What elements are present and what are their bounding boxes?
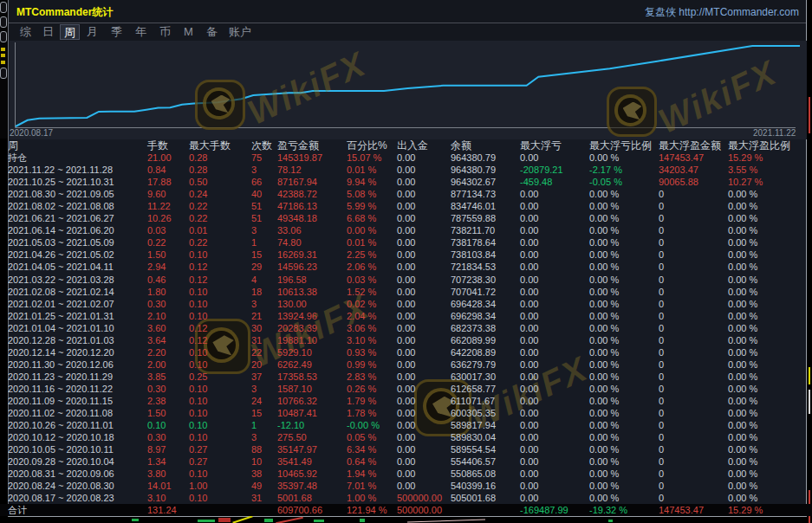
table-cell: 0.00 % bbox=[589, 212, 655, 224]
table-cell: 51 bbox=[251, 212, 274, 224]
table-row[interactable]: 2021.08.02 ~ 2021.08.0811.220.225147186.… bbox=[0, 200, 812, 212]
title-bar: MTCommander统计 复盘侠 http://MTCommander.com bbox=[9, 0, 806, 23]
table-cell: 0.00 bbox=[397, 383, 447, 395]
table-cell: 0.00 % bbox=[589, 358, 655, 371]
table-cell: 0.10 bbox=[189, 298, 248, 310]
table-cell: 2021.06.14 ~ 2021.06.20 bbox=[8, 224, 144, 236]
table-cell: 196.58 bbox=[277, 274, 343, 286]
background-window-button bbox=[0, 16, 7, 28]
menu-item-币[interactable]: 币 bbox=[156, 24, 174, 40]
table-row[interactable]: 2021.11.22 ~ 2021.11.280.840.28378.120.0… bbox=[0, 164, 812, 176]
table-cell: 35397.48 bbox=[277, 480, 343, 492]
background-window-button bbox=[0, 2, 7, 13]
table-cell: 1.00 bbox=[189, 480, 248, 492]
background-fragment bbox=[264, 519, 273, 522]
table-cell: 0.10 bbox=[189, 249, 248, 261]
table-row[interactable]: 2020.11.23 ~ 2020.11.293.850.253717358.5… bbox=[0, 371, 812, 383]
table-cell: 1.79 % bbox=[347, 395, 393, 407]
table-cell: 0 bbox=[659, 224, 724, 236]
table-row[interactable]: 2020.10.12 ~ 2020.10.180.300.103275.500.… bbox=[0, 431, 812, 443]
table-row[interactable]: 2021.05.03 ~ 2021.05.090.220.22174.800.0… bbox=[0, 236, 812, 249]
menu-item-周[interactable]: 周 bbox=[60, 24, 80, 40]
table-row[interactable]: 2021.08.30 ~ 2021.09.059.600.244042388.7… bbox=[0, 188, 812, 200]
table-row[interactable]: 2020.11.09 ~ 2020.11.152.380.102410766.3… bbox=[0, 395, 812, 407]
table-row[interactable]: 2021.10.25 ~ 2021.10.3117.880.506687167.… bbox=[0, 176, 812, 188]
table-row[interactable]: 2021.02.08 ~ 2021.02.141.800.101810613.3… bbox=[0, 286, 812, 298]
table-cell: 1 bbox=[251, 236, 274, 249]
table-cell: 3.64 bbox=[147, 334, 185, 346]
table-cell: 834746.01 bbox=[451, 200, 516, 212]
table-cell: 40 bbox=[251, 188, 274, 200]
table-cell: 2021.04.26 ~ 2021.05.02 bbox=[8, 249, 144, 261]
menu-item-M[interactable]: M bbox=[180, 24, 197, 40]
table-row[interactable]: 2020.12.14 ~ 2020.12.202.200.10225929.10… bbox=[0, 346, 812, 358]
table-cell: 2.83 % bbox=[347, 371, 393, 383]
table-cell: 0.02 % bbox=[347, 298, 393, 310]
table-cell: 1587.10 bbox=[277, 383, 343, 395]
table-row[interactable]: 2020.10.26 ~ 2020.11.010.100.101-12.10-0… bbox=[0, 419, 812, 431]
menu-item-账户[interactable]: 账户 bbox=[225, 24, 255, 40]
table-cell: 0.00 % bbox=[728, 212, 808, 224]
table-cell: 3 bbox=[251, 298, 274, 310]
table-row[interactable]: 2020.08.17 ~ 2020.08.233.100.10315001.68… bbox=[0, 492, 812, 504]
holding-row[interactable]: 持仓21.000.2875145319.8715.07 %0.00964380.… bbox=[0, 152, 812, 164]
table-row[interactable]: 2020.10.05 ~ 2020.10.118.970.278835147.9… bbox=[0, 443, 812, 455]
table-cell: 0.00 % bbox=[728, 395, 808, 407]
table-cell: 0.10 bbox=[189, 310, 248, 322]
table-cell: 38 bbox=[251, 468, 274, 480]
table-cell: 18 bbox=[251, 286, 274, 298]
table-cell: 0.00 bbox=[397, 346, 447, 358]
table-cell: 0.00 bbox=[397, 164, 447, 176]
table-row[interactable]: 2020.08.31 ~ 2020.09.063.800.103810465.9… bbox=[0, 468, 812, 480]
table-cell: 787559.88 bbox=[451, 212, 516, 224]
table-cell: 13924.96 bbox=[277, 310, 343, 322]
table-cell: 37 bbox=[251, 371, 274, 383]
table-cell: 49 bbox=[251, 480, 274, 492]
table-row[interactable]: 2021.04.05 ~ 2021.04.112.940.122914596.2… bbox=[0, 261, 812, 273]
table-cell: 0.00 bbox=[520, 371, 586, 383]
table-cell: 0 bbox=[659, 480, 724, 492]
table-row[interactable]: 2020.11.30 ~ 2020.12.062.000.10206262.49… bbox=[0, 358, 812, 371]
menu-item-年[interactable]: 年 bbox=[132, 24, 150, 40]
table-cell: 0 bbox=[659, 395, 724, 407]
table-row[interactable]: 2021.02.01 ~ 2021.02.070.300.103130.000.… bbox=[0, 298, 812, 310]
table-cell: 0.00 bbox=[520, 346, 586, 358]
table-row[interactable]: 2020.11.02 ~ 2020.11.081.500.101510487.4… bbox=[0, 407, 812, 419]
table-cell: 0 bbox=[659, 371, 724, 383]
menu-item-月[interactable]: 月 bbox=[83, 24, 101, 40]
table-row[interactable]: 2021.06.14 ~ 2021.06.200.030.01333.060.0… bbox=[0, 224, 812, 236]
table-row[interactable]: 2020.12.28 ~ 2021.01.033.640.123119881.1… bbox=[0, 334, 812, 346]
table-cell: 0.93 % bbox=[347, 346, 393, 358]
table-cell: 2020.08.17 ~ 2020.08.23 bbox=[8, 492, 144, 504]
table-cell: 3.10 bbox=[147, 492, 185, 504]
brand-link[interactable]: 复盘侠 http://MTCommander.com bbox=[645, 5, 799, 20]
menu-item-综[interactable]: 综 bbox=[16, 24, 35, 40]
table-cell: 2021.01.25 ~ 2021.01.31 bbox=[8, 310, 144, 322]
table-row[interactable]: 2021.04.26 ~ 2021.05.021.500.101516269.3… bbox=[0, 249, 812, 261]
table-row[interactable]: 2021.01.04 ~ 2021.01.103.600.123020283.3… bbox=[0, 322, 812, 334]
table-cell: 0 bbox=[659, 346, 724, 358]
menu-item-备[interactable]: 备 bbox=[203, 24, 221, 40]
table-row[interactable]: 2021.01.25 ~ 2021.01.312.100.102113924.9… bbox=[0, 310, 812, 322]
menu-item-日[interactable]: 日 bbox=[39, 24, 57, 40]
table-cell: 3.60 bbox=[147, 322, 185, 334]
table-cell: 707041.72 bbox=[451, 286, 516, 298]
table-cell: 0.00 % bbox=[728, 358, 808, 371]
total-row[interactable]: 合计131.24609700.66121.94 %500000.00-16948… bbox=[0, 504, 812, 516]
table-cell: 0.00 bbox=[520, 152, 586, 164]
menu-item-季[interactable]: 季 bbox=[107, 24, 126, 40]
table-cell: 17358.53 bbox=[277, 371, 343, 383]
table-row[interactable]: 2020.11.16 ~ 2020.11.220.300.1031587.100… bbox=[0, 383, 812, 395]
table-cell: 6262.49 bbox=[277, 358, 343, 371]
table-cell: 0.27 bbox=[189, 455, 248, 468]
table-cell: 0 bbox=[659, 310, 724, 322]
table-cell: 505001.68 bbox=[451, 492, 516, 504]
table-cell: 0.00 bbox=[397, 200, 447, 212]
table-cell: 0.00 bbox=[520, 286, 586, 298]
table-row[interactable]: 2021.06.21 ~ 2021.06.2710.260.225149348.… bbox=[0, 212, 812, 224]
table-cell: 合计 bbox=[8, 504, 144, 516]
table-row[interactable]: 2020.09.28 ~ 2020.10.041.340.27103541.49… bbox=[0, 455, 812, 468]
table-row[interactable]: 2020.08.24 ~ 2020.08.3014.011.004935397.… bbox=[0, 480, 812, 492]
table-cell: 次数 bbox=[251, 139, 274, 152]
table-row[interactable]: 2021.03.22 ~ 2021.03.280.460.124196.580.… bbox=[0, 274, 812, 286]
